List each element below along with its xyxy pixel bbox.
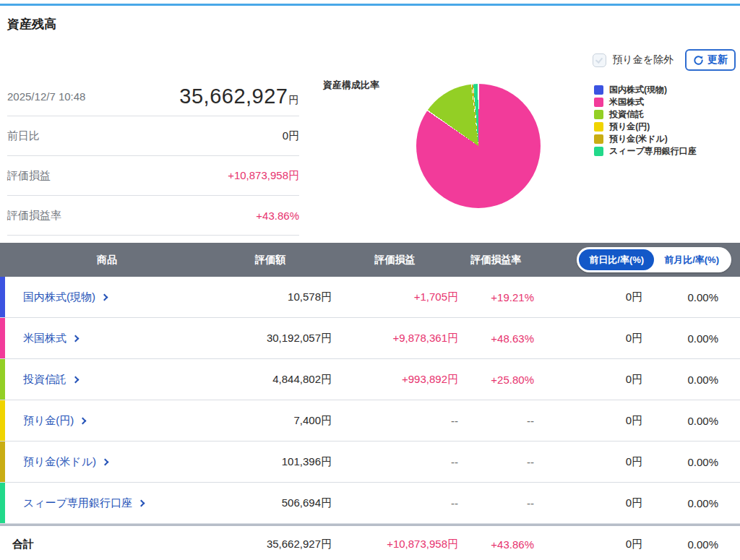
- category-color-bar: [0, 441, 5, 482]
- chevron-right-icon: [72, 376, 79, 384]
- legend-label: 投資信託: [609, 108, 644, 121]
- day-change-cell: 0円: [534, 332, 642, 345]
- legend-label: 預り金(円): [609, 121, 650, 133]
- product-name: 米国株式: [23, 332, 66, 345]
- total-label: 合計: [0, 538, 209, 551]
- total-day-rate-cell: 0.00%: [642, 538, 740, 551]
- category-color-bar: [0, 277, 5, 317]
- toggle-month-change[interactable]: 前月比/率(%): [654, 249, 729, 270]
- category-color-bar: [0, 359, 5, 400]
- chevron-right-icon: [101, 294, 108, 301]
- refresh-button[interactable]: 更新: [685, 49, 736, 71]
- top-accent-line: [0, 4, 740, 6]
- summary-row: 評価損益+10,873,958円: [7, 156, 299, 196]
- table-header-row: 商品 評価額 評価損益 評価損益率 前日比/率(%) 前月比/率(%): [0, 243, 740, 277]
- controls-bar: 預り金を除外 更新: [593, 49, 736, 71]
- summary-row-value: 0円: [283, 129, 299, 143]
- yen-unit: 円: [289, 94, 300, 105]
- table-row: 米国株式30,192,057円+9,878,361円+48.63%0円0.00%: [0, 318, 740, 359]
- pl-cell: +993,892円: [332, 373, 458, 387]
- pie-chart-legend: 国内株式(現物)米国株式投資信託預り金(円)預り金(米ドル)スィープ専用銀行口座: [594, 84, 697, 158]
- checkbox-icon[interactable]: [593, 53, 606, 67]
- total-asset-value: 35,662,927円: [179, 85, 299, 108]
- legend-label: 国内株式(現物): [609, 84, 667, 96]
- asset-composition-pie-chart: [416, 84, 541, 208]
- legend-item: 国内株式(現物): [594, 84, 697, 96]
- pl-cell: --: [332, 456, 458, 468]
- day-rate-cell: 0.00%: [642, 332, 740, 345]
- pl-rate-cell: --: [458, 415, 534, 427]
- summary-row-label: 評価損益率: [7, 209, 61, 223]
- table-row: 投資信託4,844,802円+993,892円+25.80%0円0.00%: [0, 359, 740, 400]
- legend-swatch: [594, 134, 603, 144]
- summary-row-label: 評価損益: [7, 169, 51, 183]
- product-link[interactable]: 預り金(米ドル): [5, 455, 209, 469]
- summary-row: 評価損益率+43.86%: [7, 196, 299, 236]
- day-change-cell: 0円: [534, 455, 642, 469]
- day-change-cell: 0円: [534, 290, 642, 304]
- day-change-cell: 0円: [534, 496, 642, 510]
- header-product: 商品: [5, 254, 209, 267]
- legend-label: 米国株式: [609, 96, 644, 108]
- value-cell: 7,400円: [209, 414, 332, 428]
- category-color-bar: [0, 400, 5, 441]
- day-change-cell: 0円: [534, 373, 642, 387]
- product-name: 預り金(米ドル): [23, 455, 96, 469]
- product-link[interactable]: スィープ専用銀行口座: [5, 496, 209, 510]
- product-link[interactable]: 投資信託: [5, 373, 209, 387]
- total-value-cell: 35,662,927円: [209, 538, 332, 551]
- total-day-change-cell: 0円: [534, 538, 642, 551]
- asset-table: 商品 評価額 評価損益 評価損益率 前日比/率(%) 前月比/率(%) 国内株式…: [0, 243, 740, 560]
- legend-label: スィープ専用銀行口座: [609, 145, 697, 158]
- legend-swatch: [594, 85, 603, 95]
- day-rate-cell: 0.00%: [642, 456, 740, 468]
- product-name: スィープ専用銀行口座: [23, 496, 132, 510]
- product-link[interactable]: 国内株式(現物): [5, 290, 209, 304]
- header-pl: 評価損益: [332, 254, 458, 267]
- value-cell: 4,844,802円: [209, 373, 332, 387]
- pl-rate-cell: --: [458, 456, 534, 468]
- period-toggle-group: 前日比/率(%) 前月比/率(%): [534, 247, 740, 272]
- legend-label: 預り金(米ドル): [609, 133, 668, 145]
- table-row: 国内株式(現物)10,578円+1,705円+19.21%0円0.00%: [0, 277, 740, 318]
- table-row: スィープ専用銀行口座506,694円----0円0.00%: [0, 483, 740, 524]
- exclude-deposit-checkbox[interactable]: 預り金を除外: [593, 53, 674, 67]
- summary-row-value: +10,873,958円: [228, 169, 299, 183]
- value-cell: 506,694円: [209, 496, 332, 510]
- legend-swatch: [594, 122, 603, 132]
- product-link[interactable]: 預り金(円): [5, 414, 209, 428]
- category-color-bar: [0, 483, 5, 523]
- product-name: 投資信託: [23, 373, 66, 387]
- legend-item: 預り金(米ドル): [594, 133, 697, 145]
- pl-cell: +9,878,361円: [332, 332, 458, 345]
- category-color-bar: [0, 318, 5, 358]
- pl-rate-cell: +19.21%: [458, 291, 534, 303]
- chevron-right-icon: [102, 459, 109, 466]
- summary-row: 前日比0円: [7, 116, 299, 156]
- product-name: 国内株式(現物): [23, 290, 95, 304]
- pl-rate-cell: --: [458, 497, 534, 509]
- header-value: 評価額: [209, 254, 332, 267]
- day-change-cell: 0円: [534, 414, 642, 428]
- exclude-deposit-label: 預り金を除外: [612, 53, 674, 66]
- total-pl-rate-cell: +43.86%: [458, 538, 534, 551]
- product-name: 預り金(円): [23, 414, 74, 428]
- table-row: 預り金(米ドル)101,396円----0円0.00%: [0, 441, 740, 483]
- chevron-right-icon: [79, 418, 87, 425]
- chevron-right-icon: [138, 500, 145, 507]
- legend-swatch: [594, 110, 603, 119]
- product-link[interactable]: 米国株式: [5, 332, 209, 345]
- chevron-right-icon: [72, 335, 79, 343]
- summary-row-label: 前日比: [7, 129, 40, 143]
- check-icon: [595, 56, 603, 64]
- pl-cell: --: [332, 497, 458, 509]
- day-rate-cell: 0.00%: [642, 291, 740, 303]
- table-row: 預り金(円)7,400円----0円0.00%: [0, 400, 740, 441]
- toggle-day-change[interactable]: 前日比/率(%): [579, 249, 654, 270]
- refresh-label: 更新: [707, 53, 728, 66]
- header-pl-rate: 評価損益率: [458, 254, 534, 267]
- pie-chart-title: 資産構成比率: [323, 79, 379, 92]
- as-of-datetime: 2025/12/7 10:48: [7, 90, 85, 103]
- summary-total-row: 2025/12/7 10:48 35,662,927円: [7, 77, 299, 116]
- total-pl-cell: +10,873,958円: [332, 538, 458, 551]
